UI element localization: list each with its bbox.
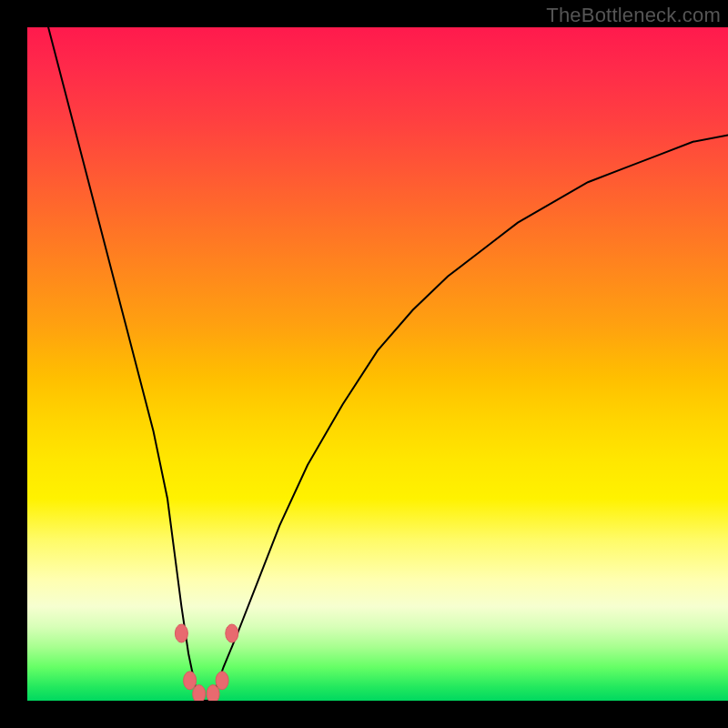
curve-marker	[216, 672, 228, 690]
curve-path	[48, 27, 728, 701]
curve-marker	[184, 672, 197, 690]
chart-frame: TheBottleneck.com	[0, 0, 728, 728]
curve-marker	[226, 624, 238, 642]
attribution-text: TheBottleneck.com	[546, 4, 721, 27]
curve-marker	[193, 685, 206, 701]
bottleneck-curve	[27, 27, 728, 701]
curve-marker	[175, 624, 187, 642]
plot-area	[27, 27, 728, 701]
markers	[175, 624, 238, 701]
